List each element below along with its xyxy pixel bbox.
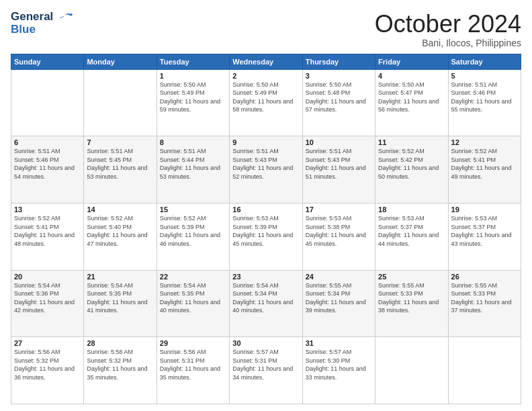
- day-number: 19: [451, 205, 518, 214]
- cell-info: Sunrise: 5:52 AMSunset: 5:41 PMDaylight:…: [451, 147, 518, 181]
- table-row: 4 Sunrise: 5:50 AMSunset: 5:47 PMDayligh…: [375, 69, 448, 136]
- table-row: 2 Sunrise: 5:50 AMSunset: 5:49 PMDayligh…: [230, 69, 302, 136]
- day-number: 24: [306, 273, 372, 281]
- table-row: 21 Sunrise: 5:54 AMSunset: 5:35 PMDaylig…: [84, 270, 157, 337]
- table-row: 28 Sunrise: 5:56 AMSunset: 5:32 PMDaylig…: [84, 337, 157, 404]
- day-number: 13: [14, 205, 81, 214]
- table-row: 18 Sunrise: 5:53 AMSunset: 5:37 PMDaylig…: [375, 203, 448, 270]
- col-saturday: Saturday: [448, 54, 521, 69]
- calendar-week-row: 27 Sunrise: 5:56 AMSunset: 5:32 PMDaylig…: [11, 337, 521, 404]
- cell-info: Sunrise: 5:57 AMSunset: 5:31 PMDaylight:…: [232, 348, 299, 381]
- logo: General Blue: [11, 11, 73, 36]
- cell-info: Sunrise: 5:50 AMSunset: 5:47 PMDaylight:…: [378, 81, 445, 114]
- cell-info: Sunrise: 5:50 AMSunset: 5:48 PMDaylight:…: [306, 81, 372, 114]
- day-number: 25: [378, 273, 445, 281]
- table-row: 26 Sunrise: 5:55 AMSunset: 5:33 PMDaylig…: [448, 270, 521, 337]
- table-row: 6 Sunrise: 5:51 AMSunset: 5:46 PMDayligh…: [11, 136, 84, 203]
- day-number: 5: [451, 72, 518, 80]
- day-number: 8: [160, 138, 226, 146]
- table-row: 10 Sunrise: 5:51 AMSunset: 5:43 PMDaylig…: [302, 136, 375, 203]
- day-number: 2: [232, 72, 299, 80]
- day-number: 3: [306, 72, 372, 80]
- day-number: 11: [378, 138, 445, 146]
- table-row: 13 Sunrise: 5:52 AMSunset: 5:41 PMDaylig…: [11, 203, 84, 270]
- table-row: 12 Sunrise: 5:52 AMSunset: 5:41 PMDaylig…: [448, 136, 521, 203]
- table-row: 27 Sunrise: 5:56 AMSunset: 5:32 PMDaylig…: [11, 337, 84, 404]
- day-number: 7: [87, 138, 153, 146]
- col-friday: Friday: [375, 54, 448, 69]
- table-row: 23 Sunrise: 5:54 AMSunset: 5:34 PMDaylig…: [230, 270, 302, 337]
- table-row: 20 Sunrise: 5:54 AMSunset: 5:36 PMDaylig…: [11, 270, 84, 337]
- page: General Blue October 2024 Bani, Ilocos, …: [0, 0, 532, 411]
- col-monday: Monday: [84, 54, 157, 69]
- table-row: [448, 337, 521, 404]
- calendar-header-row: Sunday Monday Tuesday Wednesday Thursday…: [11, 54, 521, 69]
- header: General Blue October 2024 Bani, Ilocos, …: [11, 11, 521, 48]
- day-number: 6: [14, 138, 81, 146]
- table-row: 19 Sunrise: 5:53 AMSunset: 5:37 PMDaylig…: [448, 203, 521, 270]
- month-title: October 2024: [375, 11, 521, 38]
- cell-info: Sunrise: 5:54 AMSunset: 5:35 PMDaylight:…: [160, 281, 226, 315]
- table-row: 17 Sunrise: 5:53 AMSunset: 5:38 PMDaylig…: [302, 203, 375, 270]
- table-row: 8 Sunrise: 5:51 AMSunset: 5:44 PMDayligh…: [157, 136, 229, 203]
- day-number: 17: [306, 205, 372, 214]
- table-row: 31 Sunrise: 5:57 AMSunset: 5:30 PMDaylig…: [302, 337, 375, 404]
- table-row: [11, 69, 84, 136]
- day-number: 18: [378, 205, 445, 214]
- table-row: 15 Sunrise: 5:52 AMSunset: 5:39 PMDaylig…: [157, 203, 229, 270]
- cell-info: Sunrise: 5:51 AMSunset: 5:43 PMDaylight:…: [306, 147, 372, 181]
- cell-info: Sunrise: 5:52 AMSunset: 5:40 PMDaylight:…: [87, 214, 153, 248]
- location: Bani, Ilocos, Philippines: [375, 38, 521, 48]
- day-number: 30: [232, 339, 299, 347]
- cell-info: Sunrise: 5:50 AMSunset: 5:49 PMDaylight:…: [160, 81, 226, 114]
- table-row: 7 Sunrise: 5:51 AMSunset: 5:45 PMDayligh…: [84, 136, 157, 203]
- table-row: 25 Sunrise: 5:55 AMSunset: 5:33 PMDaylig…: [375, 270, 448, 337]
- cell-info: Sunrise: 5:51 AMSunset: 5:46 PMDaylight:…: [14, 147, 81, 181]
- cell-info: Sunrise: 5:51 AMSunset: 5:46 PMDaylight:…: [451, 81, 518, 114]
- cell-info: Sunrise: 5:50 AMSunset: 5:49 PMDaylight:…: [232, 81, 299, 114]
- day-number: 27: [14, 339, 81, 347]
- table-row: 24 Sunrise: 5:55 AMSunset: 5:34 PMDaylig…: [302, 270, 375, 337]
- day-number: 4: [378, 72, 445, 80]
- cell-info: Sunrise: 5:51 AMSunset: 5:44 PMDaylight:…: [160, 147, 226, 181]
- table-row: 29 Sunrise: 5:56 AMSunset: 5:31 PMDaylig…: [157, 337, 229, 404]
- cell-info: Sunrise: 5:51 AMSunset: 5:43 PMDaylight:…: [232, 147, 299, 181]
- table-row: 3 Sunrise: 5:50 AMSunset: 5:48 PMDayligh…: [302, 69, 375, 136]
- day-number: 29: [160, 339, 226, 347]
- table-row: 22 Sunrise: 5:54 AMSunset: 5:35 PMDaylig…: [157, 270, 229, 337]
- calendar-table: Sunday Monday Tuesday Wednesday Thursday…: [11, 54, 521, 404]
- day-number: 31: [306, 339, 372, 347]
- calendar-week-row: 13 Sunrise: 5:52 AMSunset: 5:41 PMDaylig…: [11, 203, 521, 270]
- cell-info: Sunrise: 5:53 AMSunset: 5:37 PMDaylight:…: [378, 214, 445, 248]
- calendar-week-row: 20 Sunrise: 5:54 AMSunset: 5:36 PMDaylig…: [11, 270, 521, 337]
- table-row: 11 Sunrise: 5:52 AMSunset: 5:42 PMDaylig…: [375, 136, 448, 203]
- day-number: 20: [14, 273, 81, 281]
- day-number: 14: [87, 205, 153, 214]
- table-row: 14 Sunrise: 5:52 AMSunset: 5:40 PMDaylig…: [84, 203, 157, 270]
- cell-info: Sunrise: 5:56 AMSunset: 5:31 PMDaylight:…: [160, 348, 226, 381]
- table-row: 5 Sunrise: 5:51 AMSunset: 5:46 PMDayligh…: [448, 69, 521, 136]
- day-number: 16: [232, 205, 299, 214]
- table-row: 16 Sunrise: 5:53 AMSunset: 5:39 PMDaylig…: [230, 203, 302, 270]
- cell-info: Sunrise: 5:53 AMSunset: 5:39 PMDaylight:…: [232, 214, 299, 248]
- calendar-week-row: 1 Sunrise: 5:50 AMSunset: 5:49 PMDayligh…: [11, 69, 521, 136]
- col-thursday: Thursday: [302, 54, 375, 69]
- table-row: 30 Sunrise: 5:57 AMSunset: 5:31 PMDaylig…: [230, 337, 302, 404]
- table-row: 9 Sunrise: 5:51 AMSunset: 5:43 PMDayligh…: [230, 136, 302, 203]
- day-number: 15: [160, 205, 226, 214]
- day-number: 26: [451, 273, 518, 281]
- cell-info: Sunrise: 5:56 AMSunset: 5:32 PMDaylight:…: [14, 348, 81, 381]
- table-row: 1 Sunrise: 5:50 AMSunset: 5:49 PMDayligh…: [157, 69, 229, 136]
- cell-info: Sunrise: 5:55 AMSunset: 5:34 PMDaylight:…: [306, 281, 372, 315]
- logo-blue: Blue: [11, 24, 73, 36]
- cell-info: Sunrise: 5:52 AMSunset: 5:42 PMDaylight:…: [378, 147, 445, 181]
- table-row: [84, 69, 157, 136]
- cell-info: Sunrise: 5:54 AMSunset: 5:34 PMDaylight:…: [232, 281, 299, 315]
- day-number: 12: [451, 138, 518, 146]
- cell-info: Sunrise: 5:56 AMSunset: 5:32 PMDaylight:…: [87, 348, 153, 381]
- day-number: 10: [306, 138, 372, 146]
- cell-info: Sunrise: 5:51 AMSunset: 5:45 PMDaylight:…: [87, 147, 153, 181]
- col-tuesday: Tuesday: [157, 54, 229, 69]
- table-row: [375, 337, 448, 404]
- cell-info: Sunrise: 5:55 AMSunset: 5:33 PMDaylight:…: [378, 281, 445, 315]
